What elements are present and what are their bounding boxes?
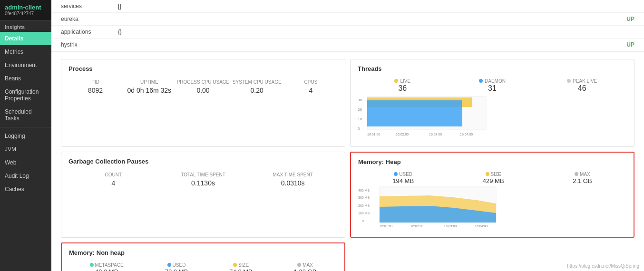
nonheap-max-legend: MAX 1.33 GB: [294, 261, 317, 271]
svg-text:10: 10: [358, 117, 362, 121]
uptime-label: UPTIME: [122, 79, 176, 85]
sidebar-item-jvm[interactable]: JVM: [0, 143, 51, 156]
sidebar-item-logging[interactable]: Logging: [0, 129, 51, 143]
svg-text:16:03:00: 16:03:00: [429, 133, 442, 136]
daemon-label: DAEMON: [485, 78, 506, 84]
memory-nonheap-card: Memory: Non heap METASPACE 49.2 MB USED …: [61, 242, 345, 271]
heap-max-value: 2.1 GB: [573, 177, 592, 184]
info-rows: services [] eureka UP applications {} hy…: [51, 0, 644, 52]
main-content: services [] eureka UP applications {} hy…: [51, 0, 644, 271]
svg-rect-6: [367, 100, 462, 126]
threads-live-legend: LIVE 36: [358, 77, 448, 93]
heap-max-label: MAX: [580, 172, 590, 177]
svg-text:100 MB: 100 MB: [358, 212, 370, 215]
heap-size-legend: SIZE 429 MB: [483, 170, 504, 184]
nonheap-meta-dot: [90, 263, 94, 267]
heap-size-dot: [486, 172, 489, 176]
hystrix-row: hystrix UP: [51, 39, 644, 51]
sidebar-divider: [0, 127, 51, 127]
gc-max-value: 0.0310s: [248, 179, 338, 187]
cpus-value: 4: [284, 87, 338, 94]
daemon-value: 31: [448, 84, 537, 93]
threads-chart: 30 20 10 0 16:01:00 16:02:00 16:03:00 16…: [358, 97, 627, 141]
eureka-row: eureka UP: [51, 13, 644, 26]
applications-key: applications: [61, 29, 118, 35]
sidebar-item-web[interactable]: Web: [0, 156, 51, 169]
threads-peak-legend: PEAK LIVE 46: [537, 77, 627, 93]
nonheap-size-value: 74.6 MB: [229, 268, 252, 271]
nonheap-meta-value: 49.2 MB: [90, 268, 124, 271]
app-id: 0fe4874f2747: [5, 11, 47, 16]
gc-max: MAX TIME SPENT 0.0310s: [248, 172, 338, 187]
memory-heap-title: Memory: Heap: [358, 158, 626, 165]
nonheap-size-legend: SIZE 74.6 MB: [229, 261, 252, 271]
live-value: 36: [358, 84, 448, 93]
svg-text:0: 0: [362, 219, 364, 223]
gc-count-value: 4: [68, 179, 158, 187]
pid-label: PID: [68, 79, 122, 85]
app-name: admin-client: [5, 4, 47, 11]
nonheap-max-label: MAX: [302, 262, 313, 268]
nonheap-max-value: 1.33 GB: [294, 268, 317, 271]
uptime-value: 0d 0h 16m 32s: [122, 87, 176, 94]
sidebar-item-beans[interactable]: Beans: [0, 72, 51, 85]
peak-dot: [567, 79, 571, 83]
daemon-dot: [479, 79, 483, 83]
heap-used-dot: [394, 172, 398, 176]
nonheap-size-dot: [233, 263, 237, 267]
sidebar-item-config-properties[interactable]: Configuration Properties: [0, 85, 51, 105]
insights-section-label: Insights: [0, 20, 51, 32]
nonheap-used-value: 70.8 MB: [165, 268, 188, 271]
svg-text:16:04:00: 16:04:00: [475, 224, 488, 228]
sidebar-item-environment[interactable]: Environment: [0, 58, 51, 72]
metric-cpus: CPUS 4: [284, 79, 338, 94]
gc-max-label: MAX TIME SPENT: [248, 172, 338, 177]
watermark: https://blog.csdn.net/MissQiSpring: [567, 263, 639, 269]
applications-row: applications {}: [51, 26, 644, 39]
eureka-key: eureka: [61, 16, 118, 22]
gc-count-label: COUNT: [68, 172, 158, 177]
heap-used-label: USED: [399, 172, 412, 177]
services-value: []: [118, 3, 634, 10]
peak-value: 46: [537, 84, 627, 93]
svg-text:16:01:00: 16:01:00: [380, 224, 392, 228]
sidebar-item-scheduled-tasks[interactable]: Scheduled Tasks: [0, 105, 51, 125]
nonheap-meta-legend: METASPACE 49.2 MB: [90, 261, 124, 271]
metric-uptime: UPTIME 0d 0h 16m 32s: [122, 79, 176, 94]
gc-count: COUNT 4: [68, 172, 158, 187]
heap-max-legend: MAX 2.1 GB: [573, 170, 592, 184]
memory-nonheap-title: Memory: Non heap: [69, 249, 337, 256]
heap-max-dot: [575, 172, 578, 176]
cpus-label: CPUS: [284, 79, 338, 85]
svg-text:400 MB: 400 MB: [358, 189, 370, 192]
sidebar-item-caches[interactable]: Caches: [0, 183, 51, 196]
metric-process-cpu: PROCESS CPU USAGE 0.00: [176, 79, 230, 94]
hystrix-key: hystrix: [61, 41, 118, 48]
heap-size-value: 429 MB: [483, 177, 504, 184]
process-card: Process PID 8092 UPTIME 0d 0h 16m 32s PR…: [61, 59, 345, 147]
nonheap-legend: METASPACE 49.2 MB USED 70.8 MB SIZE 74.6…: [69, 261, 337, 271]
gc-total: TOTAL TIME SPENT 0.1130s: [158, 172, 248, 187]
sidebar-header: admin-client 0fe4874f2747: [0, 0, 51, 20]
sidebar-item-audit-log[interactable]: Audit Log: [0, 169, 51, 183]
metric-system-cpu: SYSTEM CPU USAGE 0.20: [230, 79, 284, 94]
sidebar-item-details[interactable]: Details: [0, 32, 51, 45]
gc-total-value: 0.1130s: [158, 179, 248, 187]
gc-total-label: TOTAL TIME SPENT: [158, 172, 248, 177]
heap-size-label: SIZE: [491, 172, 501, 177]
gc-metrics: COUNT 4 TOTAL TIME SPENT 0.1130s MAX TIM…: [68, 170, 338, 189]
threads-card: Threads LIVE 36 DAEMON 31 PEAK LIVE 46: [350, 59, 634, 147]
svg-text:30: 30: [358, 98, 362, 102]
applications-value: {}: [118, 29, 634, 35]
services-row: services []: [51, 0, 644, 13]
svg-text:20: 20: [358, 107, 362, 112]
nonheap-used-label: USED: [173, 262, 186, 268]
pid-value: 8092: [68, 87, 122, 94]
nonheap-used-dot: [167, 263, 171, 267]
heap-used-legend: USED 194 MB: [392, 170, 414, 184]
heap-used-value: 194 MB: [392, 177, 414, 184]
svg-text:200 MB: 200 MB: [358, 204, 370, 207]
process-cpu-label: PROCESS CPU USAGE: [176, 79, 230, 85]
gc-card: Garbage Collection Pauses COUNT 4 TOTAL …: [61, 152, 345, 238]
sidebar-item-metrics[interactable]: Metrics: [0, 45, 51, 58]
